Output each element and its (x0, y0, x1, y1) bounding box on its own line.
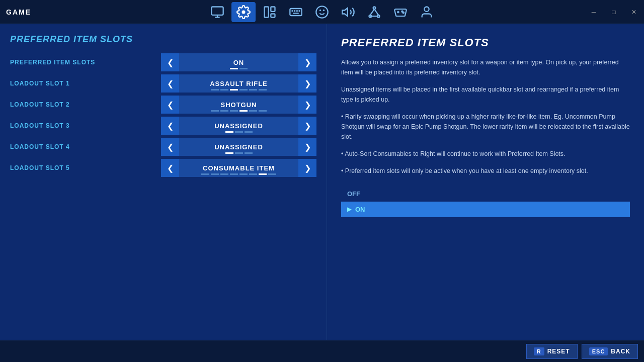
setting-label-loadout-slot-2: LOADOUT SLOT 2 (10, 101, 161, 108)
setting-label-loadout-slot-5: LOADOUT SLOT 5 (10, 164, 161, 171)
keyboard-icon[interactable] (284, 2, 308, 22)
dot (245, 152, 253, 154)
nav-icons (205, 2, 439, 22)
arrow-right-loadout-slot-1[interactable]: ❯ (298, 74, 316, 93)
dot (220, 110, 228, 112)
description-1: Allows you to assign a preferred invento… (341, 57, 630, 77)
svg-rect-5 (271, 14, 275, 17)
minimize-button[interactable]: ─ (584, 4, 604, 20)
svg-rect-6 (290, 9, 301, 16)
gamepad-icon[interactable] (388, 2, 413, 22)
main-content: PREFERRED ITEM SLOTS PREFERRED ITEM SLOT… (0, 24, 644, 340)
arrow-left-loadout-slot-3[interactable]: ❮ (161, 117, 179, 135)
value-loadout-slot-2: SHOTGUN (179, 96, 298, 114)
close-button[interactable]: ✕ (624, 4, 644, 20)
dot (235, 152, 243, 154)
arrow-right-preferred-item-slots[interactable]: ❯ (298, 53, 316, 71)
face-icon[interactable] (310, 2, 334, 22)
dot (235, 131, 243, 133)
setting-label-loadout-slot-1: LOADOUT SLOT 1 (10, 80, 161, 87)
audio-icon[interactable] (336, 2, 360, 22)
game-title: GAME (6, 8, 31, 16)
reset-label: RESET (547, 348, 570, 355)
dot (220, 173, 228, 175)
bullet-2: Auto-Sort Consumables to Right will cont… (341, 149, 630, 159)
dot (230, 68, 238, 69)
section-title: PREFERRED ITEM SLOTS (10, 34, 316, 45)
arrow-left-loadout-slot-5[interactable]: ❮ (161, 159, 179, 177)
dot (259, 173, 267, 175)
description-2: Unassigned items will be placed in the f… (341, 84, 630, 105)
monitor-icon[interactable] (205, 2, 229, 22)
option-off[interactable]: OFF (341, 186, 630, 202)
svg-rect-3 (265, 7, 269, 17)
setting-control-preferred-item-slots: ❮ ON ❯ (161, 53, 316, 71)
dot (211, 89, 219, 90)
dot (239, 110, 248, 112)
dot (245, 131, 253, 133)
svg-rect-0 (211, 7, 223, 15)
setting-row-loadout-slot-2: LOADOUT SLOT 2 ❮ SHOTGUN ❯ (10, 95, 316, 114)
setting-row-loadout-slot-4: LOADOUT SLOT 4 ❮ UNASSIGNED ❯ (10, 137, 316, 156)
layout-icon[interactable] (258, 2, 282, 22)
setting-row-loadout-slot-5: LOADOUT SLOT 5 ❮ CONSUMABLE ITEM (10, 158, 316, 177)
dot (249, 89, 257, 90)
dot (239, 173, 248, 175)
progress-dots-0 (230, 68, 248, 69)
svg-point-16 (373, 7, 376, 9)
setting-label-loadout-slot-4: LOADOUT SLOT 4 (10, 143, 161, 150)
dot (230, 89, 238, 90)
setting-control-loadout-slot-4: ❮ UNASSIGNED ❯ (161, 138, 316, 156)
bottom-bar: R RESET ESC BACK (0, 340, 644, 362)
progress-dots-4 (225, 152, 253, 154)
arrow-left-loadout-slot-2[interactable]: ❮ (161, 96, 179, 114)
maximize-button[interactable]: □ (604, 4, 624, 20)
option-on[interactable]: ON (341, 202, 630, 217)
dot (225, 152, 233, 154)
setting-control-loadout-slot-5: ❮ CONSUMABLE ITEM ❯ (161, 159, 316, 177)
bullet-3: Preferred item slots will only be active… (341, 166, 630, 176)
svg-rect-4 (271, 7, 275, 11)
dot (249, 110, 257, 112)
account-icon[interactable] (415, 2, 439, 22)
arrow-left-loadout-slot-1[interactable]: ❮ (161, 74, 179, 93)
value-preferred-item-slots: ON (179, 53, 298, 71)
detail-title: PREFERRED ITEM SLOTS (341, 36, 630, 49)
setting-label-preferred-item-slots: PREFERRED ITEM SLOTS (10, 59, 161, 66)
arrow-left-loadout-slot-4[interactable]: ❮ (161, 138, 179, 156)
dot (230, 173, 238, 175)
setting-row-preferred-item-slots: PREFERRED ITEM SLOTS ❮ ON ❯ (10, 53, 316, 72)
arrow-left-preferred-item-slots[interactable]: ❮ (161, 53, 179, 71)
dot (239, 68, 248, 69)
value-loadout-slot-3: UNASSIGNED (179, 117, 298, 135)
reset-key-badge: R (534, 347, 544, 355)
dot (230, 110, 238, 112)
progress-dots-2 (211, 110, 267, 112)
svg-line-19 (370, 9, 374, 15)
setting-control-loadout-slot-1: ❮ ASSAULT RIFLE ❯ (161, 74, 316, 93)
dot (268, 173, 276, 175)
setting-row-loadout-slot-3: LOADOUT SLOT 3 ❮ UNASSIGNED ❯ (10, 116, 316, 135)
right-panel: PREFERRED ITEM SLOTS Allows you to assig… (327, 24, 644, 340)
back-button[interactable]: ESC BACK (582, 344, 638, 359)
back-key-badge: ESC (589, 347, 608, 355)
progress-dots-5 (201, 173, 276, 175)
reset-button[interactable]: R RESET (526, 344, 578, 359)
value-loadout-slot-1: ASSAULT RIFLE (179, 74, 298, 93)
back-label: BACK (611, 348, 630, 355)
network-icon[interactable] (362, 2, 386, 22)
arrow-right-loadout-slot-4[interactable]: ❯ (298, 138, 316, 156)
titlebar: GAME (0, 0, 644, 24)
dot (259, 110, 267, 112)
setting-label-loadout-slot-3: LOADOUT SLOT 3 (10, 122, 161, 129)
setting-control-loadout-slot-3: ❮ UNASSIGNED ❯ (161, 117, 316, 135)
arrow-right-loadout-slot-3[interactable]: ❯ (298, 117, 316, 135)
arrow-right-loadout-slot-5[interactable]: ❯ (298, 159, 316, 177)
dot (220, 89, 228, 90)
settings-icon[interactable] (231, 2, 256, 22)
svg-point-12 (316, 6, 328, 18)
arrow-right-loadout-slot-2[interactable]: ❯ (298, 96, 316, 114)
svg-line-20 (374, 9, 378, 15)
dot (201, 173, 209, 175)
svg-marker-15 (342, 8, 348, 16)
